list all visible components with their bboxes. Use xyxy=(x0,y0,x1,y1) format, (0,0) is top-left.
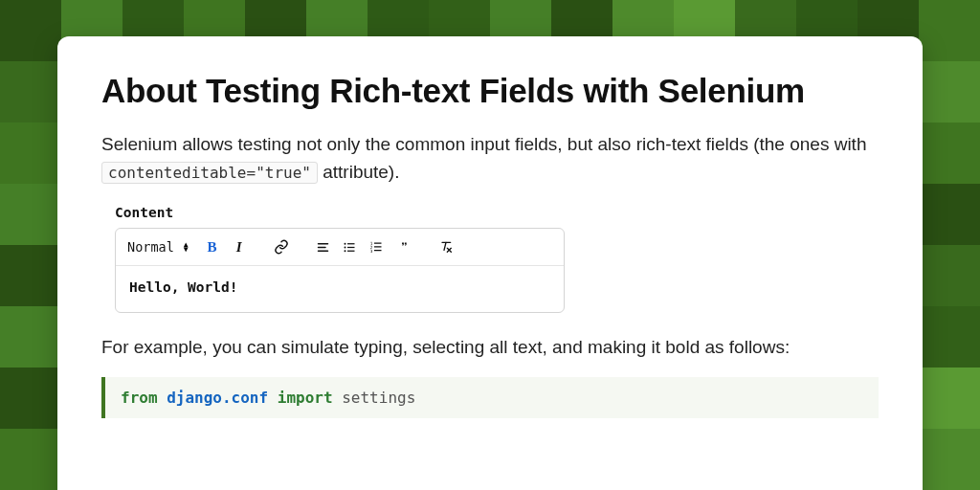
bullet-list-button[interactable] xyxy=(340,236,361,257)
format-selected-label: Normal xyxy=(127,239,174,255)
svg-point-3 xyxy=(345,243,346,245)
code-import-name: settings xyxy=(342,389,415,407)
rich-text-editor: Normal ▲▼ B I xyxy=(115,228,565,313)
italic-icon: I xyxy=(236,239,242,256)
bold-button[interactable]: B xyxy=(202,236,223,257)
intro-text-post: attribute). xyxy=(323,162,399,182)
svg-rect-6 xyxy=(347,247,355,248)
editor-figure: Content Normal ▲▼ B I xyxy=(101,205,879,313)
code-module: django.conf xyxy=(167,389,268,407)
svg-rect-14 xyxy=(374,250,382,251)
link-button[interactable] xyxy=(271,236,292,257)
editor-label: Content xyxy=(115,205,879,220)
bullet-list-icon xyxy=(343,240,357,255)
align-icon xyxy=(316,240,330,255)
example-lead: For example, you can simulate typing, se… xyxy=(101,334,879,362)
svg-point-5 xyxy=(345,246,346,248)
select-caret-icon: ▲▼ xyxy=(184,242,189,252)
editor-content-area[interactable]: Hello, World! xyxy=(116,266,564,312)
svg-rect-12 xyxy=(374,246,382,247)
ordered-list-icon: 1 2 3 xyxy=(369,240,384,255)
align-button[interactable] xyxy=(313,236,334,257)
inline-code: contenteditable="true" xyxy=(101,162,318,184)
editor-toolbar: Normal ▲▼ B I xyxy=(116,229,564,266)
clear-format-icon xyxy=(438,239,454,255)
ordered-list-button[interactable]: 1 2 3 xyxy=(367,236,388,257)
intro-text-pre: Selenium allows testing not only the com… xyxy=(101,134,866,154)
svg-rect-8 xyxy=(347,250,355,251)
italic-button[interactable]: I xyxy=(229,236,250,257)
code-block: from django.conf import settings xyxy=(101,377,879,418)
code-keyword-import: import xyxy=(278,389,333,407)
code-keyword-from: from xyxy=(121,389,158,407)
article-card: About Testing Rich-text Fields with Sele… xyxy=(57,36,923,490)
link-icon xyxy=(274,239,289,255)
blockquote-button[interactable]: ❞ xyxy=(393,236,414,257)
page-title: About Testing Rich-text Fields with Sele… xyxy=(101,71,879,110)
format-select[interactable]: Normal ▲▼ xyxy=(127,239,196,255)
blockquote-icon: ❞ xyxy=(400,240,407,255)
clear-format-button[interactable] xyxy=(435,236,457,257)
svg-text:3: 3 xyxy=(370,248,373,253)
bold-icon: B xyxy=(208,239,217,256)
svg-point-7 xyxy=(345,250,346,252)
intro-paragraph: Selenium allows testing not only the com… xyxy=(101,131,879,186)
svg-rect-4 xyxy=(347,243,355,244)
svg-rect-10 xyxy=(374,242,382,243)
